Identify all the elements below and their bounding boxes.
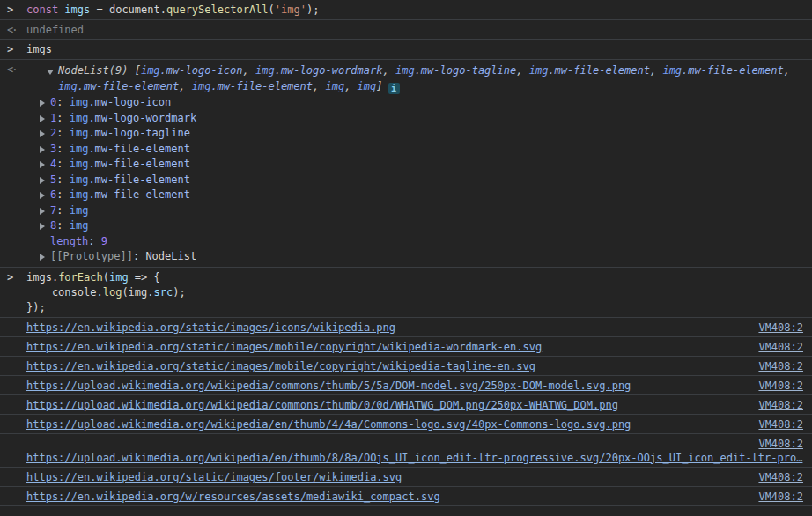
nodelist-item[interactable]: 6: img.mw-file-element [26, 188, 803, 203]
chevron-collapsed-icon[interactable] [40, 146, 45, 153]
log-url-link[interactable]: https://upload.wikimedia.org/wikipedia/e… [26, 417, 631, 431]
nodelist-item[interactable]: 0: img.mw-logo-icon [26, 95, 803, 111]
code-token: , [516, 64, 528, 77]
code-token: log [103, 286, 122, 299]
code-token: .mw-file-element [210, 80, 313, 92]
console-entry-content: NodeList(9) [img.mw-logo-icon, img.mw-lo… [26, 63, 803, 265]
code-token: .mw-logo-tagline [415, 64, 517, 77]
code-token: : [56, 219, 69, 232]
code-token: img [192, 80, 211, 92]
nodelist-item: length: 9 [26, 234, 803, 250]
code-token: , [179, 80, 191, 92]
code-token: .mw-file-element [88, 158, 190, 170]
log-url-link[interactable]: https://en.wikipedia.org/static/images/m… [26, 340, 542, 354]
nodelist-item[interactable]: 4: img.mw-file-element [26, 157, 803, 173]
console-log-entry: https://upload.wikimedia.org/wikipedia/e… [0, 415, 812, 434]
nodelist-item[interactable]: 8: img [26, 218, 803, 234]
chevron-collapsed-icon[interactable] [40, 177, 45, 184]
console-gutter: <· [0, 23, 26, 37]
code-token: imgs. [26, 271, 58, 284]
source-line: VM408:2 [26, 437, 803, 451]
code-token: .mw-file-element [88, 188, 190, 201]
console-prompt-icon: > [7, 4, 13, 16]
code-token: : [56, 143, 69, 155]
console-entry-content: https://en.wikipedia.org/static/images/i… [26, 321, 803, 335]
nodelist-item[interactable]: 5: img.mw-file-element [26, 173, 803, 188]
console-result-entry: <·NodeList(9) [img.mw-logo-icon, img.mw-… [0, 60, 812, 268]
source-location-link[interactable]: VM408:2 [758, 417, 803, 431]
chevron-collapsed-icon[interactable] [40, 130, 45, 137]
code-token: ( [269, 4, 275, 16]
console-input-entry: >const imgs = document.querySelectorAll(… [0, 0, 812, 20]
nodelist-item[interactable]: 7: img [26, 203, 803, 219]
code-token: ); [306, 4, 319, 16]
chevron-collapsed-icon[interactable] [40, 208, 45, 215]
log-url-link[interactable]: https://en.wikipedia.org/static/images/f… [26, 470, 402, 484]
source-location-link[interactable]: VM408:2 [758, 379, 803, 393]
chevron-collapsed-icon[interactable] [40, 115, 45, 122]
log-url-link[interactable]: https://en.wikipedia.org/w/resources/ass… [26, 490, 440, 504]
code-token: : [88, 235, 100, 247]
code-token: forEach [58, 271, 103, 284]
code-token: 'img' [275, 4, 306, 16]
code-token: .mw-logo-tagline [88, 127, 190, 139]
source-location-link[interactable]: VM408:2 [758, 321, 803, 335]
nodelist-item[interactable]: 2: img.mw-logo-tagline [26, 126, 803, 142]
log-url-link[interactable]: https://en.wikipedia.org/static/images/m… [26, 359, 535, 373]
console-result-entry: <·undefined [0, 20, 812, 40]
code-token: NodeList(9) [ [58, 64, 141, 77]
console-input-entry: >imgs.forEach(img => { console.log(img.s… [0, 268, 812, 318]
code-line: imgs [26, 42, 803, 57]
console-prompt-icon: > [7, 43, 13, 55]
source-location-link[interactable]: VM408:2 [758, 340, 803, 354]
info-icon: i [388, 83, 400, 94]
source-location-link[interactable]: VM408:2 [758, 490, 803, 504]
source-location-link[interactable]: VM408:2 [758, 438, 803, 450]
code-token: img [70, 127, 89, 139]
log-url-link[interactable]: https://en.wikipedia.org/static/images/i… [26, 321, 395, 335]
chevron-collapsed-icon[interactable] [40, 254, 45, 261]
code-token: : [56, 188, 69, 201]
source-location-link[interactable]: VM408:2 [758, 470, 803, 484]
console-entry-content: imgs [26, 42, 803, 57]
console-entry-content: https://en.wikipedia.org/static/images/f… [26, 470, 803, 484]
nodelist-item[interactable]: 1: img.mw-logo-wordmark [26, 111, 803, 127]
code-token: ( [103, 271, 109, 284]
code-token: img [255, 64, 275, 77]
log-url-link[interactable]: https://upload.wikimedia.org/wikipedia/e… [26, 452, 802, 464]
console-entry-content: https://en.wikipedia.org/w/resources/ass… [26, 490, 803, 504]
console-input-entry: >imgs [0, 40, 812, 60]
console-log-entry: VM408:2https://upload.wikimedia.org/wiki… [0, 434, 812, 468]
log-url-link[interactable]: https://upload.wikimedia.org/wikipedia/c… [26, 398, 618, 412]
code-line: const imgs = document.querySelectorAll('… [26, 3, 803, 18]
code-line: imgs.forEach(img => { [26, 270, 803, 285]
code-token: querySelectorAll [166, 4, 269, 16]
code-line: }); [26, 300, 803, 315]
source-location-link[interactable]: VM408:2 [758, 359, 803, 373]
nodelist-tree: 0: img.mw-logo-icon1: img.mw-logo-wordma… [26, 94, 803, 265]
devtools-console: >const imgs = document.querySelectorAll(… [0, 0, 812, 506]
code-token: .mw-file-element [682, 64, 784, 77]
code-token: = document. [90, 4, 166, 16]
code-line: undefined [26, 23, 803, 37]
nodelist-item[interactable]: [[Prototype]]: NodeList [26, 249, 803, 265]
code-token: imgs [64, 4, 90, 16]
console-entry-content: https://upload.wikimedia.org/wikipedia/e… [26, 417, 803, 431]
chevron-collapsed-icon[interactable] [40, 192, 45, 199]
chevron-collapsed-icon[interactable] [40, 161, 45, 168]
code-token: .mw-logo-wordmark [275, 64, 383, 77]
code-token: imgs [26, 43, 52, 55]
code-token: , [243, 64, 255, 77]
chevron-collapsed-icon[interactable] [40, 223, 45, 230]
console-entry-content: https://en.wikipedia.org/static/images/m… [26, 359, 803, 373]
code-token: : [56, 127, 69, 139]
nodelist-item[interactable]: 3: img.mw-file-element [26, 142, 803, 158]
log-url-link[interactable]: https://upload.wikimedia.org/wikipedia/c… [26, 379, 631, 393]
code-token: .mw-logo-icon [88, 96, 171, 108]
code-token: : [56, 204, 69, 217]
chevron-expanded-icon[interactable] [47, 70, 54, 75]
console-gutter: > [0, 42, 26, 56]
chevron-collapsed-icon[interactable] [40, 100, 45, 107]
nodelist-preview[interactable]: NodeList(9) [img.mw-logo-icon, img.mw-lo… [26, 63, 803, 94]
source-location-link[interactable]: VM408:2 [758, 398, 803, 412]
